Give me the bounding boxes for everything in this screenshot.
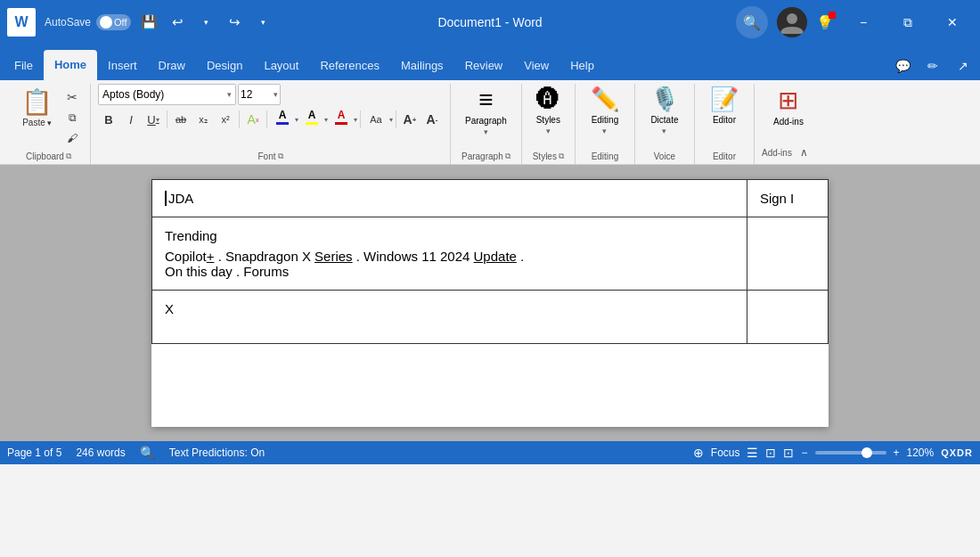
- ribbon-collapse-button[interactable]: ∧: [794, 143, 815, 161]
- paragraph-button[interactable]: ≡ Paragraph ▾: [458, 84, 514, 138]
- font-name-select[interactable]: Aptos (Body) ▾: [98, 84, 236, 105]
- separator-2: [239, 111, 240, 128]
- dictate-arrow[interactable]: ▾: [662, 127, 666, 135]
- zoom-minus[interactable]: −: [801, 446, 807, 459]
- table-cell-xda[interactable]: JDA: [152, 180, 747, 217]
- word-count: 246 words: [76, 446, 125, 459]
- text-color-arrow[interactable]: ▾: [354, 116, 357, 124]
- styles-button[interactable]: 🅐 Styles ▾: [529, 84, 568, 137]
- increase-font-button[interactable]: A+: [399, 109, 421, 130]
- customize-qat-button[interactable]: ▾: [250, 8, 277, 37]
- addins-button[interactable]: ⊞ Add-ins: [762, 84, 815, 128]
- onthisday-text: On this day . Forums: [165, 264, 289, 279]
- paste-dropdown-arrow[interactable]: ▾: [47, 119, 52, 127]
- document-page[interactable]: JDA Sign I Trending Copilot+ . Snapdrago…: [151, 179, 829, 427]
- minimize-button[interactable]: −: [843, 8, 884, 37]
- user-avatar[interactable]: [777, 7, 807, 37]
- table-cell-trending[interactable]: Trending Copilot+ . Snapdragon X Series …: [152, 217, 747, 291]
- tab-design[interactable]: Design: [196, 50, 253, 80]
- subscript-button[interactable]: x₂: [192, 109, 214, 130]
- strikethrough-button[interactable]: ab: [170, 109, 192, 130]
- tab-review[interactable]: Review: [454, 50, 514, 80]
- case-arrow[interactable]: ▾: [389, 116, 393, 124]
- svg-point-1: [787, 13, 797, 24]
- update-link[interactable]: Update: [474, 249, 517, 264]
- clipboard-buttons: 📋 Paste ▾ ✂ ⧉ 🖌: [14, 84, 83, 148]
- draw-mode-button[interactable]: ✏: [919, 53, 946, 78]
- table-cell-x[interactable]: X: [152, 291, 747, 344]
- search-button[interactable]: 🔍: [736, 6, 768, 38]
- tab-view[interactable]: View: [513, 50, 559, 80]
- editor-label: Editor: [713, 115, 736, 125]
- dictate-label: Dictate: [650, 115, 678, 125]
- table-cell-sign[interactable]: Sign I: [747, 180, 828, 217]
- undo-button[interactable]: ↩: [165, 8, 192, 37]
- clear-format-button[interactable]: Ax: [242, 109, 264, 130]
- bold-button[interactable]: B: [98, 109, 119, 130]
- tab-references[interactable]: References: [309, 50, 389, 80]
- cut-button[interactable]: ✂: [61, 87, 83, 107]
- tab-layout[interactable]: Layout: [253, 50, 309, 80]
- paragraph-label: Paragraph: [465, 116, 507, 126]
- separator-4: [360, 111, 361, 128]
- paragraph-arrow[interactable]: ▾: [484, 127, 488, 136]
- redo-button[interactable]: ↪: [222, 8, 249, 37]
- sep3: .: [520, 249, 524, 264]
- dictate-button[interactable]: 🎙️ Dictate ▾: [642, 84, 687, 137]
- underline-button[interactable]: U ▾: [143, 109, 164, 130]
- paste-button[interactable]: 📋 Paste ▾: [14, 84, 60, 148]
- editing-arrow[interactable]: ▾: [602, 127, 607, 135]
- tab-help[interactable]: Help: [559, 50, 605, 80]
- addins-content: ⊞ Add-ins: [762, 84, 815, 142]
- zoom-slider[interactable]: [815, 451, 886, 455]
- font-size-select[interactable]: 12 ▾: [238, 84, 281, 105]
- highlight-arrow[interactable]: ▾: [324, 116, 328, 124]
- tab-file[interactable]: File: [4, 50, 44, 80]
- check-icon: 🔍: [140, 446, 155, 460]
- font-color-arrow[interactable]: ▾: [295, 116, 298, 124]
- series-link[interactable]: Series: [314, 249, 353, 264]
- styles-arrow[interactable]: ▾: [546, 127, 551, 135]
- decrease-font-button[interactable]: A-: [421, 109, 443, 130]
- superscript-button[interactable]: x²: [215, 109, 236, 130]
- copilot-plus-link[interactable]: +: [207, 249, 215, 264]
- tab-insert[interactable]: Insert: [97, 50, 148, 80]
- font-expand-icon[interactable]: ⧉: [278, 152, 283, 161]
- styles-expand-icon[interactable]: ⧉: [559, 152, 564, 161]
- paragraph-expand-icon[interactable]: ⧉: [505, 152, 510, 161]
- change-case-button[interactable]: Aa: [363, 109, 388, 130]
- document-title: Document1 - Word: [437, 15, 542, 29]
- format-painter-button[interactable]: 🖌: [61, 128, 83, 148]
- zoom-plus[interactable]: +: [894, 446, 900, 459]
- share-button[interactable]: ↗: [950, 53, 976, 78]
- styles-icon: 🅐: [536, 86, 559, 113]
- paragraph-group-label: Paragraph ⧉: [458, 150, 514, 164]
- zoom-level: 120%: [907, 446, 935, 459]
- table-row: JDA Sign I: [152, 180, 829, 217]
- tab-mailings[interactable]: Mailings: [390, 50, 454, 80]
- notifications-button[interactable]: 💡: [811, 8, 839, 37]
- comment-button[interactable]: 💬: [889, 53, 916, 78]
- editor-button[interactable]: 📝 Editor: [702, 84, 747, 127]
- cursor: [165, 191, 167, 206]
- tab-home[interactable]: Home: [44, 50, 97, 80]
- text-color-button[interactable]: A: [329, 109, 354, 130]
- editing-button[interactable]: ✏️ Editing ▾: [583, 84, 627, 137]
- font-color-button[interactable]: A: [270, 109, 295, 130]
- tab-draw[interactable]: Draw: [148, 50, 196, 80]
- copy-button[interactable]: ⧉: [61, 108, 83, 127]
- save-button[interactable]: 💾: [136, 8, 163, 37]
- separator-3: [266, 111, 267, 128]
- page-view-icon: ⊡: [765, 446, 776, 460]
- underline-dropdown[interactable]: ▾: [156, 116, 159, 124]
- restore-button[interactable]: ⧉: [887, 8, 928, 37]
- font-color-group: A ▾: [270, 109, 298, 130]
- autosave-toggle[interactable]: Off: [96, 14, 130, 30]
- document-table: JDA Sign I Trending Copilot+ . Snapdrago…: [151, 179, 829, 344]
- case-group: Aa ▾: [363, 109, 393, 130]
- close-button[interactable]: ✕: [932, 8, 973, 37]
- clipboard-expand-icon[interactable]: ⧉: [66, 152, 71, 161]
- undo-dropdown[interactable]: ▾: [193, 8, 220, 37]
- italic-button[interactable]: I: [120, 109, 142, 130]
- highlight-button[interactable]: A: [299, 109, 324, 130]
